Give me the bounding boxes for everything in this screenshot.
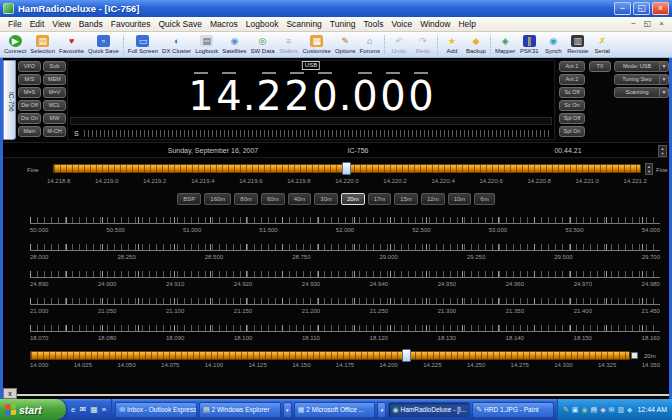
chevron-down-icon[interactable]: ▼ (660, 61, 669, 72)
menu-favourites[interactable]: Favourites (107, 18, 155, 30)
remote-button[interactable]: ▥Remote (565, 33, 590, 56)
menu-help[interactable]: Help (454, 18, 479, 30)
menu-file[interactable]: File (4, 18, 26, 30)
rig-button-sc-off[interactable]: Sc Off (559, 87, 585, 98)
freq-digit[interactable]: 4 (215, 70, 243, 123)
task-button-hamradiodeluxe-i[interactable]: ◉HamRadioDeluxe - [I... (388, 402, 470, 418)
band-scale-20m[interactable]: 20m14.00014.02514.05014.07514.10014.1251… (30, 348, 660, 375)
selection-button[interactable]: ▤Selection (28, 33, 57, 56)
freq-digit[interactable]: 0 (311, 70, 339, 123)
tray-icon[interactable]: ✎ (563, 399, 569, 420)
band-button-6m[interactable]: 6m (474, 193, 494, 205)
band-button-40m[interactable]: 40m (288, 193, 312, 205)
start-button[interactable]: start (0, 399, 66, 420)
menu-tools[interactable]: Tools (360, 18, 388, 30)
menu-window[interactable]: Window (416, 18, 454, 30)
satellites-button[interactable]: ◉Satellites (220, 33, 248, 56)
favourite-button[interactable]: ♥Favourite (57, 33, 86, 56)
sw-data-button[interactable]: ◎SW Data (249, 33, 277, 56)
add-button[interactable]: ★Add (440, 33, 464, 56)
task-button-2-windows-explorer[interactable]: ▤2 Windows Explorer (199, 402, 281, 418)
task-group-arrow[interactable]: ▾ (283, 402, 292, 418)
connect-button[interactable]: ▶Connect (2, 33, 28, 56)
rig-button-m-ch[interactable]: M-CH (43, 126, 66, 137)
quick-save-button[interactable]: ▫Quick Save (86, 33, 121, 56)
menu-quick-save[interactable]: Quick Save (154, 18, 205, 30)
rig-button-spl-off[interactable]: Spl Off (559, 113, 585, 124)
task-button-inbox-outlook-express[interactable]: ✉Inbox - Outlook Express (115, 402, 197, 418)
rig-button-m-s[interactable]: M=S (18, 87, 41, 98)
band-button-12m[interactable]: 12m (421, 193, 445, 205)
quick-launch-mail[interactable]: ✉ (79, 399, 86, 420)
band-scale-17m[interactable]: 18.07018.08018.09018.10018.11018.12018.1… (30, 321, 660, 348)
menu-bands[interactable]: Bands (75, 18, 107, 30)
rig-button-spl-on[interactable]: Spl On (559, 126, 585, 137)
mdi-close-button[interactable]: × (655, 19, 668, 30)
tx-button[interactable]: TX (589, 61, 611, 72)
customise-button[interactable]: ▦Customise (301, 33, 333, 56)
rig-button-vfo[interactable]: VFO (18, 61, 41, 72)
freq-digit[interactable]: 1 (187, 70, 215, 123)
dropdown-scanning[interactable]: Scanning▼ (614, 87, 669, 98)
menu-logbook[interactable]: Logbook (242, 18, 283, 30)
freq-digit[interactable]: 0 (379, 70, 407, 123)
serial-button[interactable]: ✗Serial (590, 33, 614, 56)
full-screen-button[interactable]: ▭Full Screen (126, 33, 160, 56)
freq-digit[interactable]: 2 (255, 70, 283, 123)
menu-scanning[interactable]: Scanning (282, 18, 325, 30)
quick-launch-show-desktop[interactable]: ▦ (90, 399, 98, 420)
band-button-bsp[interactable]: BSP (177, 193, 201, 205)
rig-button-sub[interactable]: Sub (43, 61, 66, 72)
freq-digit[interactable]: 2 (283, 70, 311, 123)
freq-digit[interactable]: 0 (351, 70, 379, 123)
chevron-down-icon[interactable]: ▼ (660, 87, 669, 98)
rig-button-sc-on[interactable]: Sc On (559, 100, 585, 111)
tray-icon[interactable]: ▣ (572, 399, 579, 420)
rig-button-m-s[interactable]: M/S (18, 74, 41, 85)
tray-icon[interactable]: ▤ (591, 399, 598, 420)
freq-digit[interactable]: 0 (407, 70, 435, 123)
fine-spinner[interactable]: ▲▼ (645, 163, 653, 175)
tray-icon[interactable]: ✉ (609, 399, 615, 420)
fine-slider-handle[interactable] (342, 162, 351, 175)
synch-button[interactable]: ◉Synch (541, 33, 565, 56)
band-button-20m[interactable]: 20m (341, 193, 365, 205)
minimize-button[interactable]: − (614, 2, 631, 15)
restore-button[interactable]: ◱ (633, 2, 650, 15)
rig-button-mem[interactable]: MEM (43, 74, 66, 85)
logbook-button[interactable]: ▤Logbook (193, 33, 220, 56)
rig-button-dw-off[interactable]: Dw Off (18, 100, 41, 111)
quick-launch-internet-explorer[interactable]: e (71, 399, 75, 420)
rig-button-ant-1[interactable]: Ant 1 (559, 61, 585, 72)
menu-voice[interactable]: Voice (387, 18, 416, 30)
band-scale-10m[interactable]: 28.00028.25028.50028.75029.00029.25029.5… (30, 240, 660, 267)
menu-tuning[interactable]: Tuning (326, 18, 360, 30)
mdi-restore-button[interactable]: ◱ (641, 19, 654, 30)
band-button-10m[interactable]: 10m (448, 193, 472, 205)
rig-button-mw[interactable]: MW (43, 113, 66, 124)
band-button-80m[interactable]: 80m (234, 193, 258, 205)
band-button-160m[interactable]: 160m (204, 193, 231, 205)
close-button[interactable]: × (652, 2, 669, 15)
task-button-2-microsoft-office[interactable]: ▦2 Microsoft Office ... (294, 402, 376, 418)
tray-icon[interactable]: ◉ (581, 399, 587, 420)
rig-button-dw-on[interactable]: Dw On (18, 113, 41, 124)
band-scale-12m[interactable]: 24.89024.90024.91024.92024.93024.94024.9… (30, 267, 660, 294)
menu-macros[interactable]: Macros (206, 18, 242, 30)
chevron-down-icon[interactable]: ▼ (660, 74, 669, 85)
band-scale-6m[interactable]: 50.00050.50051.00051.50052.00052.50053.0… (30, 213, 660, 240)
rig-pane-tab[interactable]: IC-756 (3, 60, 16, 140)
band-button-15m[interactable]: 15m (394, 193, 418, 205)
tray-icon[interactable]: ◆ (627, 399, 632, 420)
mapper-button[interactable]: ◈Mapper (493, 33, 517, 56)
options-button[interactable]: ✎Options (333, 33, 358, 56)
rig-button-m-v[interactable]: M=V (43, 87, 66, 98)
psk31-button[interactable]: ∥PSK31 (517, 33, 541, 56)
task-group-arrow[interactable]: ▾ (377, 402, 386, 418)
dock-close-button[interactable]: x (3, 388, 17, 399)
mode-badge[interactable]: USB (302, 61, 320, 70)
band-button-17m[interactable]: 17m (368, 193, 392, 205)
menu-edit[interactable]: Edit (26, 18, 49, 30)
mdi-minimize-button[interactable]: − (627, 19, 640, 30)
band-button-30m[interactable]: 30m (314, 193, 338, 205)
